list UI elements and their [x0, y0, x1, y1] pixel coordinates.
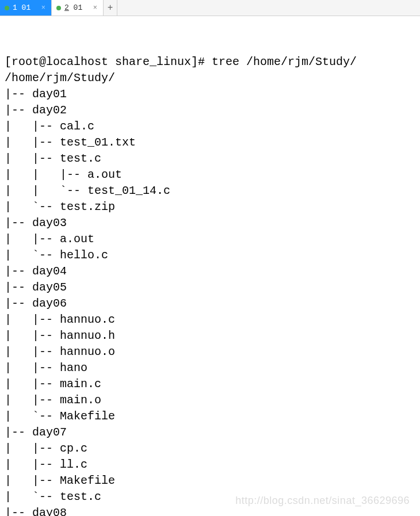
add-tab-button[interactable]: +	[104, 0, 117, 16]
terminal-line: | | `-- test_01_14.c	[5, 183, 415, 199]
terminal-line: | |-- test_01.txt	[5, 135, 415, 151]
status-dot-icon	[5, 6, 9, 10]
terminal-line: | | |-- a.out	[5, 167, 415, 183]
terminal-line: | |-- cp.c	[5, 441, 415, 457]
terminal-prompt-line: [root@localhost share_linux]# tree /home…	[5, 54, 415, 70]
terminal-line: | |-- hannuo.h	[5, 328, 415, 344]
terminal-line: | |-- hano	[5, 360, 415, 376]
watermark-text: http://blog.csdn.net/sinat_36629696	[235, 495, 410, 507]
terminal-line: | |-- main.c	[5, 376, 415, 392]
tab-bar: 1 01 × 2 01 × +	[0, 0, 420, 16]
status-dot-icon	[56, 6, 61, 10]
terminal-line: |-- day05	[5, 280, 415, 296]
terminal-line: /home/rjm/Study/	[5, 70, 415, 86]
terminal-line: |-- day04	[5, 263, 415, 280]
terminal-line: | `-- Makefile	[5, 408, 415, 425]
close-icon[interactable]: ×	[40, 4, 47, 12]
terminal-line: |-- day02	[5, 102, 415, 119]
terminal-line: | |-- main.o	[5, 392, 415, 408]
terminal-line: | `-- hello.c	[5, 247, 415, 263]
terminal-line: | `-- test.zip	[5, 199, 415, 215]
terminal-line: | |-- Makefile	[5, 473, 415, 489]
terminal-line: | |-- hannuo.c	[5, 312, 415, 328]
terminal-line: |-- day01	[5, 86, 415, 102]
terminal-output: [root@localhost share_linux]# tree /home…	[0, 16, 420, 516]
terminal-line: | |-- ll.c	[5, 457, 415, 473]
terminal-line: |-- day06	[5, 296, 415, 312]
terminal-line: | |-- test.c	[5, 151, 415, 167]
close-icon[interactable]: ×	[92, 4, 98, 12]
tab-label: 1 01	[13, 3, 37, 12]
tab-1[interactable]: 1 01 ×	[0, 0, 52, 16]
terminal-line: |-- day07	[5, 425, 415, 441]
tab-label: 2 01	[64, 3, 89, 12]
terminal-line: | |-- cal.c	[5, 119, 415, 135]
tab-2[interactable]: 2 01 ×	[52, 0, 104, 16]
terminal-line: |-- day03	[5, 215, 415, 231]
terminal-line: | |-- hannuo.o	[5, 344, 415, 360]
terminal-line: | |-- a.out	[5, 231, 415, 247]
